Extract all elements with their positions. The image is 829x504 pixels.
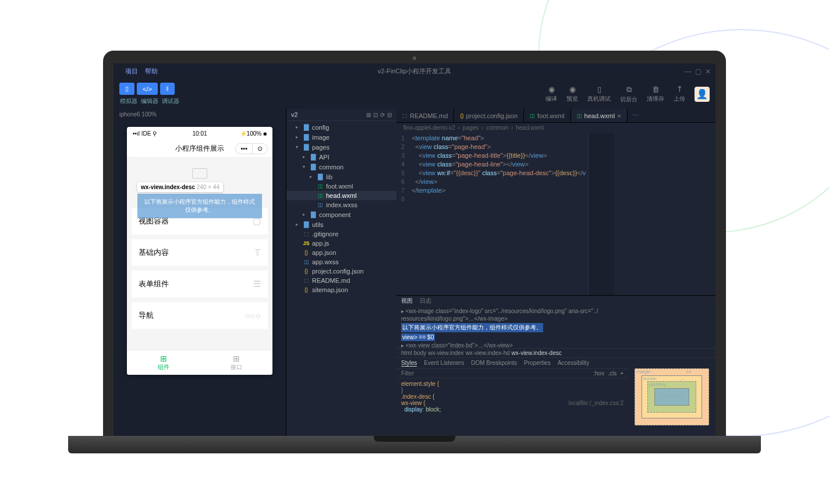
list-item[interactable]: 基础内容𝕋 (132, 239, 268, 266)
menu-project[interactable]: 项目 (125, 67, 138, 76)
phone-tab[interactable]: ⊞组件 (127, 350, 200, 375)
list-item[interactable]: 表单组件☰ (132, 271, 268, 297)
tree-item[interactable]: ◫index.wxss (286, 200, 396, 210)
style-tab[interactable]: Accessibility (558, 360, 589, 367)
tab-overflow-icon[interactable]: ⋯ (628, 109, 643, 122)
camera-dot (413, 56, 416, 60)
editor-tab[interactable]: {}project.config.json (454, 109, 524, 122)
editor-label: 编辑器 (140, 97, 159, 105)
tree-item[interactable]: ⬚README.md (286, 276, 396, 285)
editor-tab[interactable]: ◫head.wxml× (571, 109, 628, 122)
breadcrumb[interactable]: fino-applet-demo-v2 › pages › common › h… (396, 123, 715, 133)
tree-item[interactable]: {}app.json (286, 248, 396, 257)
preview-button[interactable]: ◉预览 (566, 85, 578, 103)
minimap[interactable] (588, 133, 614, 295)
elements-breadcrumb[interactable]: html body wx-view.index wx-view.index-hd… (396, 348, 715, 357)
upload-button[interactable]: ⤒上传 (674, 85, 685, 103)
devtools-tab-log[interactable]: 日志 (420, 297, 431, 305)
debugger-toggle[interactable]: ⫴ (160, 83, 175, 95)
phone-navbar: 小程序组件展示 •••⊙ (127, 140, 272, 158)
debugger-label: 调试器 (161, 97, 180, 105)
tree-item[interactable]: ▸▇config (286, 122, 396, 132)
editor-tab[interactable]: ⬚README.md (396, 109, 454, 122)
devtools-tabs: 视图 日志 (396, 296, 715, 306)
devtools: 视图 日志 ▸ <wx-image class="index-logo" src… (396, 295, 715, 436)
tree-item[interactable]: ⬚.gitignore (286, 229, 396, 239)
window-controls: — ▢ ✕ (685, 68, 711, 76)
tree-item[interactable]: ▾▇common (286, 162, 396, 172)
tree-item[interactable]: ▸▇image (286, 132, 396, 142)
cls-toggle[interactable]: .cls (608, 370, 617, 377)
device-info[interactable]: iphone6 100% (114, 109, 286, 120)
app-title: 小程序组件展示 (175, 144, 224, 154)
menubar: 项目 帮助 (119, 65, 164, 78)
list-item[interactable]: 导航○○○ (132, 302, 268, 329)
compile-button[interactable]: ◉编译 (545, 85, 557, 103)
close-icon[interactable]: ✕ (705, 68, 711, 76)
tree-item[interactable]: ▾▇pages (286, 142, 396, 152)
remote-debug-button[interactable]: ▯真机调试 (587, 85, 611, 103)
style-tab[interactable]: Styles (401, 360, 417, 367)
tree-item[interactable]: ◫foot.wxml (286, 182, 396, 191)
maximize-icon[interactable]: ▢ (695, 68, 702, 76)
tree-item[interactable]: {}sitemap.json (286, 285, 396, 294)
phone-tab[interactable]: ⊞接口 (200, 350, 272, 375)
window-title: v2-FinClip小程序开发工具 (378, 67, 452, 76)
tree-item[interactable]: ◫head.wxml (286, 191, 396, 200)
styles-filter-input[interactable] (401, 370, 593, 377)
refresh-icon[interactable]: ⟳ (380, 112, 385, 118)
elements-panel[interactable]: ▸ <wx-image class="index-logo" src="../r… (396, 306, 715, 348)
background-button[interactable]: ⧉切后台 (620, 85, 637, 104)
laptop-frame: 项目 帮助 v2-FinClip小程序开发工具 — ▢ ✕ ▯ </> ⫴ (103, 51, 726, 453)
simulator-label: 模拟器 (119, 97, 138, 105)
devtools-tab-view[interactable]: 视图 (401, 297, 413, 305)
new-folder-icon[interactable]: ⊡ (373, 112, 378, 118)
simulator-device: ••ıl IDE ⚲ 10:01 ⚡100% ■ 小程序组件展示 •••⊙ (127, 127, 272, 375)
box-model: margin10 border– padding– 240 × 44 (628, 358, 715, 436)
logo-placeholder (192, 168, 207, 179)
inspect-tooltip: wx-view.index-desc 240 × 44 (137, 182, 223, 192)
ide-screen: 项目 帮助 v2-FinClip小程序开发工具 — ▢ ✕ ▯ </> ⫴ (114, 63, 715, 436)
tree-item[interactable]: {}project.config.json (286, 267, 396, 276)
menu-help[interactable]: 帮助 (145, 67, 158, 76)
editor-toggle[interactable]: </> (137, 83, 158, 95)
style-tab[interactable]: Event Listeners (424, 360, 464, 367)
tree-item[interactable]: ▸▇component (286, 210, 396, 219)
laptop-base (68, 436, 761, 453)
style-tab[interactable]: DOM Breakpoints (471, 360, 517, 367)
new-file-icon[interactable]: ⊞ (366, 112, 371, 118)
clear-cache-button[interactable]: 🗑清缓存 (647, 85, 664, 103)
style-tab[interactable]: Properties (524, 360, 551, 367)
tree-item[interactable]: JSapp.js (286, 239, 396, 248)
capsule-button[interactable]: •••⊙ (235, 143, 268, 154)
titlebar: 项目 帮助 v2-FinClip小程序开发工具 — ▢ ✕ (114, 63, 715, 79)
project-root[interactable]: v2 (291, 111, 298, 118)
tree-item[interactable]: ◫app.wxss (286, 257, 396, 267)
collapse-icon[interactable]: ⊟ (387, 112, 392, 118)
inspect-highlight: 以下将展示小程序官方组件能力，组件样式仅供参考。 (137, 194, 262, 218)
tree-item[interactable]: ▸▇API (286, 152, 396, 162)
editor-panel: ⬚README.md{}project.config.json◫foot.wxm… (396, 109, 715, 436)
avatar[interactable]: 👤 (695, 87, 710, 102)
tree-item[interactable]: ▸▇lib (286, 172, 396, 182)
add-style-icon[interactable]: + (620, 370, 623, 377)
simulator-panel: iphone6 100% ••ıl IDE ⚲ 10:01 ⚡100% ■ 小程… (114, 109, 286, 436)
phone-status-bar: ••ıl IDE ⚲ 10:01 ⚡100% ■ (127, 127, 272, 140)
simulator-toggle[interactable]: ▯ (119, 83, 134, 95)
toolbar: ▯ </> ⫴ 模拟器 编辑器 调试器 ◉编译 ◉预览 ▯真机调试 ⧉切后台 (114, 79, 715, 109)
minimize-icon[interactable]: — (685, 68, 692, 76)
editor-tab[interactable]: ◫foot.wxml (524, 109, 571, 122)
code-editor[interactable]: 12345678 <template name="head"> <view cl… (396, 133, 715, 295)
editor-tabs: ⬚README.md{}project.config.json◫foot.wxm… (396, 109, 715, 123)
tree-item[interactable]: ▸▇utils (286, 219, 396, 229)
styles-panel: StylesEvent ListenersDOM BreakpointsProp… (396, 358, 628, 436)
hov-toggle[interactable]: :hov (593, 370, 604, 377)
file-explorer: v2 ⊞ ⊡ ⟳ ⊟ ▸▇config▸▇image▾▇pages▸▇API▾▇… (286, 109, 396, 436)
phone-tabbar: ⊞组件⊞接口 (127, 350, 272, 375)
